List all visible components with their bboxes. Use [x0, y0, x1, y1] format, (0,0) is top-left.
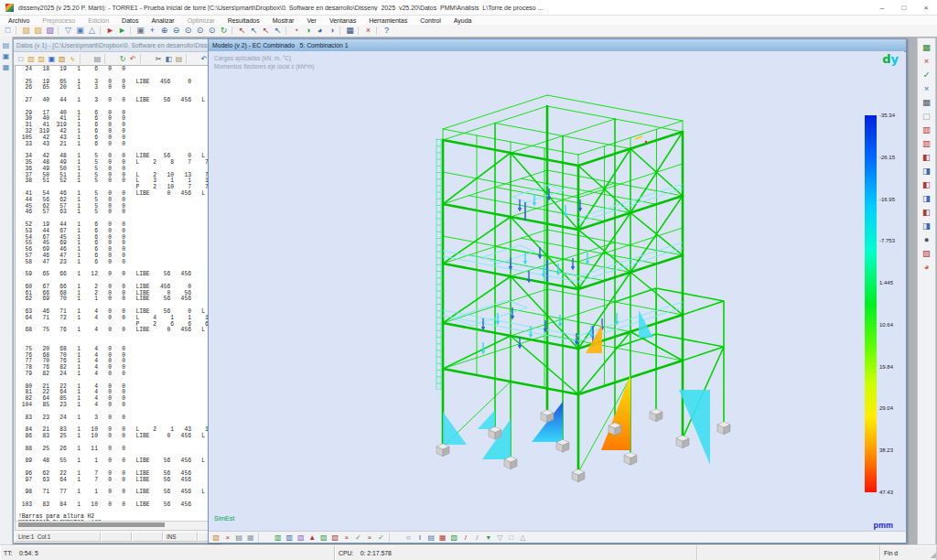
- continue-icon[interactable]: ►: [116, 26, 128, 36]
- select-zone-icon[interactable]: ↖: [260, 26, 272, 36]
- menu-item-control[interactable]: Control: [414, 17, 447, 24]
- numbering-icon[interactable]: ▤: [425, 533, 437, 543]
- separator[interactable]: [358, 27, 361, 35]
- measure-icon[interactable]: /: [471, 533, 483, 543]
- bars-red2-icon[interactable]: ▥: [920, 136, 933, 150]
- menu-item-ayuda[interactable]: Ayuda: [447, 17, 479, 24]
- window-tile-icon[interactable]: ▤: [1, 39, 11, 50]
- model-box-icon[interactable]: ▦: [344, 26, 356, 36]
- copy-icon[interactable]: ◧: [164, 54, 174, 64]
- delete-icon[interactable]: ×: [362, 26, 374, 36]
- open-file-icon[interactable]: ▨: [26, 54, 36, 64]
- select-element-icon[interactable]: ↖: [248, 26, 260, 36]
- model-3d-view[interactable]: [209, 51, 904, 530]
- window-cascade-icon[interactable]: ▣: [1, 50, 11, 61]
- menu-item-analizar[interactable]: Analizar: [145, 17, 180, 24]
- horizontal-scrollbar[interactable]: [15, 521, 210, 531]
- diagram-s-icon[interactable]: ◨: [920, 219, 933, 232]
- bars-red-icon[interactable]: ▥: [920, 123, 933, 136]
- menu-item-mostrar[interactable]: Mostrar: [266, 17, 301, 24]
- datos-title-bar[interactable]: Datos (v 1) - [C:\Users\pmarti\Dropbox\0…: [14, 39, 220, 52]
- check-syntax-icon[interactable]: ϟ: [67, 54, 77, 64]
- scrollbar-thumb[interactable]: [18, 522, 165, 527]
- diagram-m-icon[interactable]: ◧: [920, 178, 933, 191]
- select-node-icon[interactable]: ↖: [236, 26, 248, 36]
- menu-item-resultados[interactable]: Resultados: [221, 17, 266, 24]
- node-labels-icon[interactable]: ○: [403, 533, 415, 543]
- resize-grip[interactable]: ◢: [931, 551, 936, 559]
- results-table-icon[interactable]: ▦: [920, 40, 933, 54]
- zoom-in-icon[interactable]: ⊕: [158, 26, 170, 36]
- save-icon[interactable]: ▣: [47, 54, 57, 64]
- flag-down-icon[interactable]: ▾: [483, 533, 495, 543]
- edit-icon[interactable]: ▧: [57, 54, 67, 64]
- zoom-out-icon[interactable]: ⊖: [170, 26, 182, 36]
- menu-item-ventanas[interactable]: Ventanas: [323, 17, 362, 24]
- view-fit-icon[interactable]: ▣: [74, 26, 86, 36]
- separator[interactable]: [376, 27, 379, 35]
- modelo-title-bar[interactable]: Modelo (v 2) - EC Combinado 5: Combinaci…: [209, 39, 906, 52]
- close-button[interactable]: ×: [915, 1, 937, 15]
- separator[interactable]: [258, 533, 271, 543]
- help-icon[interactable]: ?: [381, 26, 393, 36]
- separator[interactable]: [80, 54, 91, 64]
- close-results-icon[interactable]: ×: [920, 54, 933, 68]
- materials-icon[interactable]: ▧: [296, 533, 307, 543]
- menu-item-edicion[interactable]: Edición: [81, 17, 115, 24]
- title-bar[interactable]: disseny2025 (v 25.20 P. Martí): - TORRE1…: [0, 0, 937, 16]
- zoom-extents-icon[interactable]: ⊙: [194, 26, 206, 36]
- check-on-icon[interactable]: ✓: [920, 68, 933, 81]
- separator[interactable]: [100, 27, 102, 35]
- redraw-icon[interactable]: ↻: [218, 26, 230, 36]
- diagram-t-icon[interactable]: ◨: [920, 191, 933, 205]
- snapshot-icon[interactable]: ▣: [135, 26, 146, 36]
- copy-view-icon[interactable]: ▤: [233, 533, 245, 543]
- check-off-icon[interactable]: ×: [920, 81, 933, 95]
- beam-section-icon[interactable]: I: [415, 533, 426, 543]
- close-view-icon[interactable]: ×: [222, 533, 234, 543]
- run-icon[interactable]: ►: [104, 26, 116, 36]
- separator[interactable]: [232, 27, 234, 35]
- window-list-icon[interactable]: ▦: [1, 61, 11, 72]
- print-icon[interactable]: ▤: [92, 54, 102, 64]
- view-next-icon[interactable]: △: [86, 26, 98, 36]
- menu-item-preproceso[interactable]: Preproceso: [36, 17, 81, 24]
- render-shade-icon[interactable]: ◑: [326, 26, 338, 36]
- dimension-icon[interactable]: /: [460, 533, 472, 543]
- separator[interactable]: [16, 27, 18, 35]
- loads-icon[interactable]: ▲: [307, 533, 318, 543]
- mesh-icon[interactable]: ▥: [273, 533, 285, 543]
- open-recent-icon[interactable]: ▨: [37, 54, 47, 64]
- view-prev-icon[interactable]: ▽: [62, 26, 74, 36]
- zoom-window-icon[interactable]: ⊙: [182, 26, 194, 36]
- new-view-icon[interactable]: □: [2, 26, 14, 36]
- zoom-add-icon[interactable]: +: [146, 26, 158, 36]
- maximize-button[interactable]: □: [893, 1, 915, 15]
- sheet-icon[interactable]: ▢: [920, 109, 933, 123]
- separator[interactable]: [140, 54, 151, 64]
- zoom-prev-icon[interactable]: ⊙: [206, 26, 218, 36]
- separator[interactable]: [389, 533, 402, 543]
- node-dot-icon[interactable]: ●: [920, 232, 933, 246]
- collapse-view-icon[interactable]: ▽: [494, 533, 506, 543]
- separator[interactable]: [104, 54, 115, 64]
- hide-loads-icon[interactable]: ×: [341, 533, 353, 543]
- separator[interactable]: [186, 54, 197, 64]
- hide-supports-icon[interactable]: ×: [364, 533, 376, 543]
- separator[interactable]: [285, 27, 288, 35]
- diagram-v-icon[interactable]: ◨: [920, 164, 933, 178]
- supports-icon[interactable]: ▨: [318, 533, 330, 543]
- render-wire-icon[interactable]: ◑: [302, 26, 314, 36]
- import-icon[interactable]: ▧: [44, 26, 56, 36]
- sections-icon[interactable]: ▥: [284, 533, 296, 543]
- reload-icon[interactable]: ↻: [118, 54, 128, 64]
- grid-icon[interactable]: ▦: [920, 95, 933, 109]
- select-all-icon[interactable]: ↖: [272, 26, 284, 36]
- data-text-editor[interactable]: 24 18 19 1 6 0 0 25 19 65 1 3 0 0 LIBE 4…: [15, 65, 210, 522]
- diagram-d-icon[interactable]: ◧: [920, 205, 933, 219]
- minimize-button[interactable]: –: [871, 1, 893, 15]
- paste-icon[interactable]: ▤: [174, 54, 184, 64]
- flag-icon[interactable]: ▨: [920, 246, 933, 260]
- cut-icon[interactable]: ✂: [153, 54, 163, 64]
- show-loads-icon[interactable]: ✓: [352, 533, 364, 543]
